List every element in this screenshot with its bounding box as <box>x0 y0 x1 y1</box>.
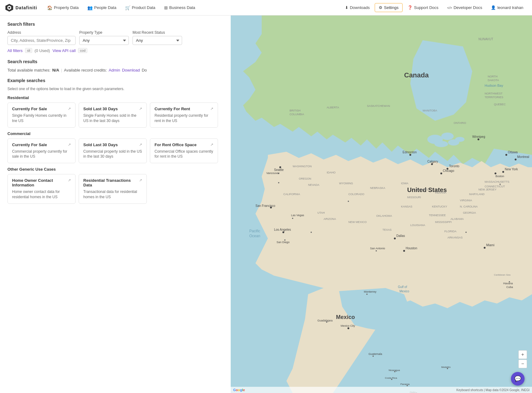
card-res-transactions[interactable]: Residential Transactions Data ↗ Transact… <box>79 174 147 204</box>
svg-text:COLUMBIA: COLUMBIA <box>290 113 304 116</box>
card-res-sold-desc: Single Family Homes sold in the US in th… <box>83 113 142 124</box>
card-res-trans-arrow: ↗ <box>139 178 142 182</box>
downloads-button[interactable]: ⬇ Downloads <box>341 3 373 12</box>
card-res-sold-30[interactable]: Sold Last 30 Days ↗ Single Family Homes … <box>79 103 147 128</box>
card-res-rent-desc: Residential property currently for rent … <box>155 113 213 124</box>
nav-business-data[interactable]: ⊞ Business Data <box>160 3 199 12</box>
card-com-sale-title: Currently For Sale <box>12 142 47 147</box>
svg-text:COLORADO: COLORADO <box>348 193 364 196</box>
logo-icon <box>5 3 14 12</box>
svg-text:WYOMING: WYOMING <box>339 182 353 185</box>
svg-text:Ottawa: Ottawa <box>508 151 518 154</box>
keyboard-shortcuts-link[interactable]: Keyboard shortcuts <box>456 388 483 392</box>
example-searches-desc: Select one of the options below to load … <box>7 87 223 91</box>
people-icon: 👥 <box>87 5 93 10</box>
card-com-for-rent-office[interactable]: For Rent Office Space ↗ Commercial Offic… <box>150 138 218 164</box>
residential-cards-row: Currently For Sale ↗ Single Family Homes… <box>7 103 223 128</box>
svg-text:NEW MEXICO: NEW MEXICO <box>348 221 367 224</box>
zoom-in-button[interactable]: + <box>518 350 527 359</box>
svg-text:Guatemala: Guatemala <box>368 352 382 356</box>
svg-text:Toronto: Toronto <box>449 164 460 168</box>
svg-text:Winnipeg: Winnipeg <box>472 135 485 138</box>
svg-text:San Antonio: San Antonio <box>370 247 385 250</box>
code-badge: cod <box>78 48 87 53</box>
svg-text:Costa Rica: Costa Rica <box>385 377 397 379</box>
svg-text:Mexico: Mexico <box>399 290 409 293</box>
nav-product-data[interactable]: 🛒 Product Data <box>121 3 159 12</box>
svg-text:Panama: Panama <box>400 383 410 386</box>
svg-text:VIRGINIA: VIRGINIA <box>460 199 472 202</box>
svg-text:MASSACHUSETTS: MASSACHUSETTS <box>485 180 509 183</box>
search-filters-title: Search filters <box>7 22 223 27</box>
property-type-select[interactable]: Any Residential Commercial Land Other <box>79 36 129 45</box>
svg-text:Montreal: Montreal <box>517 155 529 159</box>
svg-text:NEVADA: NEVADA <box>308 183 319 186</box>
svg-text:LOUISIANA: LOUISIANA <box>410 224 425 227</box>
svg-text:Guadalajara: Guadalajara <box>317 319 333 322</box>
settings-button[interactable]: ⚙ Settings <box>375 3 403 12</box>
card-com-currently-for-sale[interactable]: Currently For Sale ↗ Commercial property… <box>7 138 76 164</box>
developer-docs-button[interactable]: </> Developer Docs <box>443 3 486 12</box>
svg-text:Seattle: Seattle <box>274 168 284 172</box>
svg-text:Houston: Houston <box>406 247 417 250</box>
nav-people-data[interactable]: 👥 People Data <box>84 3 120 12</box>
credits-admin-link[interactable]: Admin <box>109 68 120 72</box>
download-link[interactable]: Download <box>122 68 140 72</box>
card-res-for-rent[interactable]: Currently For Rent ↗ Residential propert… <box>150 103 218 128</box>
commercial-section-title: Commercial <box>7 131 223 136</box>
nav-links: 🏠 Property Data 👥 People Data 🛒 Product … <box>43 3 199 12</box>
svg-point-53 <box>311 232 312 233</box>
svg-text:TENNESSEE: TENNESSEE <box>429 214 446 217</box>
svg-text:N. CAROLINA: N. CAROLINA <box>460 205 478 208</box>
all-filters-link[interactable]: All filters <box>7 48 23 53</box>
card-home-owner-contact[interactable]: Home Owner Contact Information ↗ Home ow… <box>7 174 76 204</box>
total-value: N/A <box>52 68 59 72</box>
svg-text:Caribbean Sea: Caribbean Sea <box>494 273 511 276</box>
status-filter-group: Most Recent Status Any For Sale For Rent… <box>133 30 182 45</box>
support-docs-button[interactable]: ❓ Support Docs <box>404 3 442 12</box>
svg-text:Ocean: Ocean <box>249 234 260 238</box>
user-menu[interactable]: 👤 leonard trahan <box>487 3 527 12</box>
zoom-out-button[interactable]: − <box>518 360 527 368</box>
svg-text:Las Vegas: Las Vegas <box>291 214 304 217</box>
svg-text:NORTHWEST: NORTHWEST <box>485 92 503 95</box>
filters-row: Address Property Type Any Residential Co… <box>7 30 223 45</box>
filters-used-text: (0 Used) <box>35 48 50 53</box>
status-select[interactable]: Any For Sale For Rent Sold Off Market <box>133 36 182 45</box>
svg-text:Gulf of: Gulf of <box>398 285 407 289</box>
svg-text:UTAH: UTAH <box>317 211 325 214</box>
map-container[interactable]: Pacific Ocean Canada United States Mexic… <box>231 15 532 393</box>
svg-text:MANITOBA: MANITOBA <box>423 109 437 112</box>
svg-point-49 <box>484 247 486 249</box>
svg-text:San Diego: San Diego <box>277 241 290 244</box>
view-api-link[interactable]: View API call <box>52 48 76 53</box>
svg-text:MISSOURI: MISSOURI <box>407 196 421 199</box>
nav-property-data[interactable]: 🏠 Property Data <box>43 3 82 12</box>
user-icon: 👤 <box>491 5 496 10</box>
settings-icon: ⚙ <box>379 5 382 10</box>
svg-text:ARIZONA: ARIZONA <box>324 217 336 221</box>
svg-text:KENTUCKY: KENTUCKY <box>432 205 447 208</box>
nav-right: ⬇ Downloads ⚙ Settings ❓ Support Docs </… <box>341 3 527 12</box>
card-res-currently-for-sale[interactable]: Currently For Sale ↗ Single Family Homes… <box>7 103 76 128</box>
svg-point-22 <box>515 159 517 160</box>
property-type-label: Property Type <box>79 30 129 35</box>
svg-point-28 <box>495 172 496 174</box>
logo[interactable]: Datafiniti <box>5 3 37 12</box>
svg-text:Medellín: Medellín <box>441 366 451 369</box>
status-label: Most Recent Status <box>133 30 182 35</box>
svg-text:ARKANSAS: ARKANSAS <box>447 236 463 239</box>
svg-point-37 <box>292 218 293 219</box>
chat-bubble[interactable]: 💬 <box>511 372 525 386</box>
card-home-contact-arrow: ↗ <box>68 178 71 182</box>
svg-text:INDIANA: INDIANA <box>435 191 447 194</box>
card-com-sale-arrow: ↗ <box>68 142 71 147</box>
svg-text:NORTH: NORTH <box>488 75 498 78</box>
address-input[interactable] <box>7 36 76 45</box>
map-data-credit: Map data ©2024 Google, INEGI <box>486 388 530 392</box>
svg-text:WASHINGTON: WASHINGTON <box>293 165 312 168</box>
results-row: Total available matches: N/A | Available… <box>7 68 223 72</box>
card-res-sold-title: Sold Last 30 Days <box>83 107 118 111</box>
svg-text:New York: New York <box>505 168 518 171</box>
card-com-sold-30[interactable]: Sold Last 30 Days ↗ Commercial property … <box>79 138 147 164</box>
